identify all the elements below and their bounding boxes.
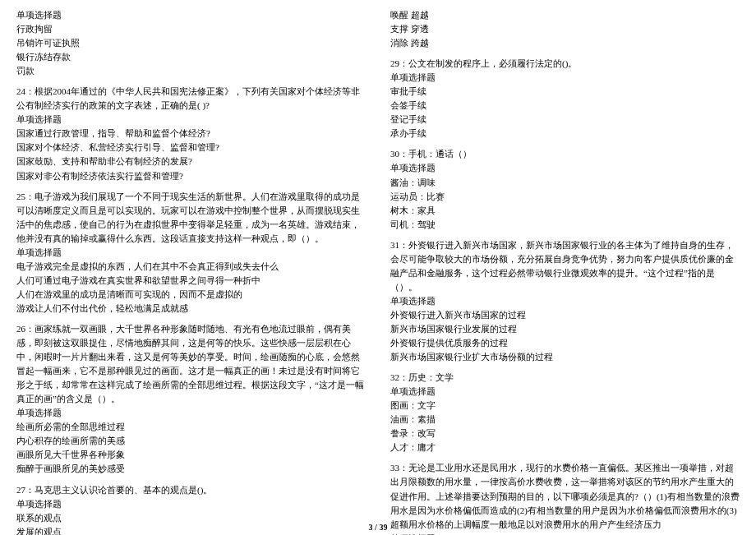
option: 消除 跨越 xyxy=(390,36,740,50)
question-stem: 33：无论是工业用水还是民用水，现行的水费价格一直偏低。某区推出一项举措，对超出… xyxy=(390,461,740,531)
option: 单项选择题 xyxy=(16,8,366,22)
page-number: 3 / 39 xyxy=(0,523,756,532)
option: 登记手续 xyxy=(390,113,740,127)
option: 吊销许可证执照 xyxy=(16,36,366,50)
option: 会签手续 xyxy=(390,99,740,113)
q26: 26：画家练就一双画眼，大千世界各种形象随时随地、有光有色地流过眼前，偶有美感，… xyxy=(16,322,366,477)
option: 行政拘留 xyxy=(16,22,366,36)
option: 外资银行进入新兴市场国家的过程 xyxy=(390,308,740,322)
question-type: 单项选择题 xyxy=(390,532,740,535)
option: 图画：文字 xyxy=(390,399,740,413)
question-type: 单项选择题 xyxy=(390,71,740,85)
question-type: 单项选择题 xyxy=(16,497,366,511)
question-type: 单项选择题 xyxy=(16,113,366,127)
option: 痴醉于画眼所见的美妙感受 xyxy=(16,462,366,476)
option: 人们可通过电子游戏在真实世界和欲望世界之间寻得一种折中 xyxy=(16,274,366,288)
option: 国家鼓励、支持和帮助非公有制经济的发展? xyxy=(16,155,366,168)
question-stem: 29：公文在制发的程序上，必须履行法定的()。 xyxy=(390,57,740,71)
option: 承办手续 xyxy=(390,127,740,141)
option: 绘画所必需的全部思维过程 xyxy=(16,420,366,434)
question-type: 单项选择题 xyxy=(390,294,740,308)
right-column: 唤醒 超越 支撑 穿透 消除 跨越 29：公文在制发的程序上，必须履行法定的()… xyxy=(390,8,740,535)
option: 人才：庸才 xyxy=(390,440,740,454)
question-stem: 26：画家练就一双画眼，大千世界各种形象随时随地、有光有色地流过眼前，偶有美感，… xyxy=(16,322,366,406)
q24: 24：根据2004年通过的《中华人民共和国宪法修正案》，下列有关国家对个体经济等… xyxy=(16,85,366,182)
question-type: 单项选择题 xyxy=(390,161,740,175)
option: 酱油：调味 xyxy=(390,176,740,190)
option: 人们在游戏里的成功是清晰而可实现的，因而不是虚拟的 xyxy=(16,288,366,302)
option: 罚款 xyxy=(16,64,366,78)
q23-tail: 单项选择题 行政拘留 吊销许可证执照 银行冻结存款 罚款 xyxy=(16,8,366,78)
q25: 25：电子游戏为我们展现了一个不同于现实生活的新世界。人们在游戏里取得的成功是可… xyxy=(16,190,366,316)
question-type: 单项选择题 xyxy=(16,406,366,420)
option: 新兴市场国家银行业扩大市场份额的过程 xyxy=(390,350,740,364)
option: 游戏让人们不付出代价，轻松地满足成就感 xyxy=(16,302,366,316)
q31: 31：外资银行进入新兴市场国家，新兴市场国家银行业的各主体为了维持自身的生存，会… xyxy=(390,238,740,364)
question-type: 单项选择题 xyxy=(16,246,366,260)
option: 国家通过行政管理，指导、帮助和监督个体经济? xyxy=(16,127,366,141)
option: 国家对非公有制经济依法实行监督和管理? xyxy=(16,169,366,183)
option: 运动员：比赛 xyxy=(390,190,740,204)
question-stem: 31：外资银行进入新兴市场国家，新兴市场国家银行业的各主体为了维持自身的生存，会… xyxy=(390,238,740,294)
option: 誊录：改写 xyxy=(390,427,740,440)
question-stem: 27：马克思主义认识论首要的、基本的观点是()。 xyxy=(16,483,366,497)
option: 新兴市场国家银行业发展的过程 xyxy=(390,322,740,336)
option: 外资银行提供优质服务的过程 xyxy=(390,336,740,350)
left-column: 单项选择题 行政拘留 吊销许可证执照 银行冻结存款 罚款 24：根据2004年通… xyxy=(16,8,366,535)
option: 内心积存的绘画所需的美感 xyxy=(16,434,366,448)
question-stem: 32：历史：文学 xyxy=(390,371,740,385)
option: 支撑 穿透 xyxy=(390,22,740,36)
q32: 32：历史：文学 单项选择题 图画：文字 油画：素描 誊录：改写 人才：庸才 xyxy=(390,371,740,454)
q28-tail: 唤醒 超越 支撑 穿透 消除 跨越 xyxy=(390,8,740,50)
option: 银行冻结存款 xyxy=(16,50,366,64)
question-stem: 25：电子游戏为我们展现了一个不同于现实生活的新世界。人们在游戏里取得的成功是可… xyxy=(16,190,366,246)
option: 画眼所见大千世界各种形象 xyxy=(16,448,366,462)
question-stem: 24：根据2004年通过的《中华人民共和国宪法修正案》，下列有关国家对个体经济等… xyxy=(16,85,366,113)
q30: 30：手机：通话（） 单项选择题 酱油：调味 运动员：比赛 树木：家具 司机：驾… xyxy=(390,147,740,231)
question-stem: 30：手机：通话（） xyxy=(390,147,740,161)
option: 审批手续 xyxy=(390,85,740,99)
option: 司机：驾驶 xyxy=(390,218,740,232)
question-type: 单项选择题 xyxy=(390,385,740,399)
q29: 29：公文在制发的程序上，必须履行法定的()。 单项选择题 审批手续 会签手续 … xyxy=(390,57,740,141)
option: 唤醒 超越 xyxy=(390,8,740,22)
option: 树木：家具 xyxy=(390,204,740,218)
page: 单项选择题 行政拘留 吊销许可证执照 银行冻结存款 罚款 24：根据2004年通… xyxy=(0,0,756,535)
option: 电子游戏完全是虚拟的东西，人们在其中不会真正得到或失去什么 xyxy=(16,260,366,274)
option: 油画：素描 xyxy=(390,413,740,427)
option: 国家对个体经济、私营经济实行引导、监督和管理? xyxy=(16,141,366,155)
